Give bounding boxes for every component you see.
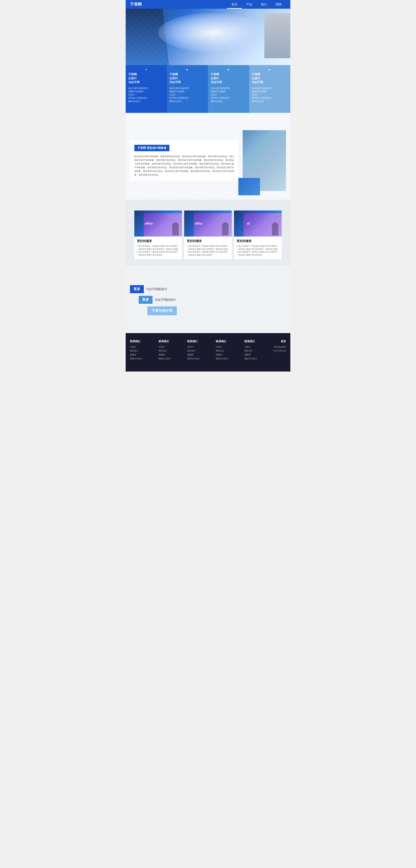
footer-col-item-1-4[interactable]: 图标icon设计 [130, 357, 143, 361]
services-section: office 更好的服务 千库让你享受不一样的设计体验千库让你享受不一样的设计体… [126, 204, 290, 266]
service-card-1: office 更好的服务 千库让你享受不一样的设计体验千库让你享受不一样的设计体… [134, 211, 182, 259]
feature-title-4: 千库网让设计与众不同 [252, 72, 288, 85]
design-row-1: 更多 与众不同的设计 [130, 285, 286, 293]
spacer-2 [126, 199, 290, 204]
navbar: 千库网 首页 产品 我们 招聘 [126, 0, 290, 9]
design-row-2: 更多 与众不同的设计 [139, 296, 286, 304]
nav-products[interactable]: 产品 [242, 0, 256, 9]
service-image-2: office [184, 211, 232, 237]
footer-col-2: 联系我们 UI设计 网页设计 视频库 图标icon设计 [159, 340, 171, 361]
design-spacer [130, 318, 286, 327]
service-card-2: office 更好的服务 千库让你享受不一样的设计体验千库让你享受不一样的设计体… [184, 211, 232, 259]
arrow-icon-4: ▶ [252, 68, 288, 71]
feature-tabs: ▼ 千库网让设计与众不同 免扣元素与原创背景视频库与音频库UI设计：APP设计与… [126, 65, 290, 113]
arrow-icon-2: ▶ [169, 68, 205, 71]
footer-col-item-4-3[interactable]: 视频库 [216, 353, 229, 357]
feature-title-3: 千库网让设计与众不同 [211, 72, 247, 85]
spacer-1 [126, 113, 290, 122]
service-office-label-1: office [144, 222, 152, 225]
about-image-overlay [238, 178, 260, 195]
footer-col-item-1-1[interactable]: UI设计 [130, 345, 143, 349]
feature-card-1: ▼ 千库网让设计与众不同 免扣元素与原创背景视频库与音频库UI设计：APP设计与… [126, 65, 167, 113]
spacer-3 [126, 266, 290, 274]
design-blue-box-2: 更多 [139, 296, 152, 304]
service-desc-2: 千库让你享受不一样的设计体验千库让你享受不一样的设计体验千库让你享受不一样的设计… [187, 245, 229, 256]
about-text-box: 千库网 更好设计缔造者 我们的设计超乎你的想象，更多资源与你共此品。我们的设计超… [130, 141, 238, 181]
service-office-label-3: of [247, 222, 250, 225]
person-silhouette-1 [172, 222, 179, 236]
footer-col-1: 联系我们 UI设计 网页设计 视频库 图标icon设计 [130, 340, 143, 361]
footer-col-item-3-2[interactable]: 网页设计 [187, 349, 200, 353]
footer-lang-col: 语言 英文/English 中文/Chinese [273, 340, 286, 361]
feature-card-3: ▶ 千库网让设计与众不同 免扣元素与原创背景视频库与音频库UI设计：APP设计与… [208, 65, 249, 113]
footer-col-5: 联系我们 UI设计 网页设计 视频库 图标icon设计 [244, 340, 257, 361]
service-body-2: 更好的服务 千库让你享受不一样的设计体验千库让你享受不一样的设计体验千库让你享受… [184, 237, 232, 259]
about-section: 千库网 更好设计缔造者 我们的设计超乎你的想象，更多资源与你共此品。我们的设计超… [126, 122, 290, 199]
feature-desc-3: 免扣元素与原创背景视频库与音频库UI设计：APP设计与网页设计图标icon设计 [211, 87, 247, 103]
service-desc-3: 千库让你享受不一样的设计体验千库让你享受不一样的设计体验千库让你享受不一样的设计… [237, 245, 279, 256]
footer-col-title-5: 联系我们 [244, 340, 257, 343]
service-card-3: of 更好的服务 千库让你享受不一样的设计体验千库让你享受不一样的设计体验千库让… [234, 211, 282, 259]
footer-col-item-5-2[interactable]: 网页设计 [244, 349, 257, 353]
footer-col-item-4-4[interactable]: 图标icon设计 [216, 357, 229, 361]
footer-col-item-3-3[interactable]: 视频库 [187, 353, 200, 357]
footer-col-item-5-4[interactable]: 图标icon设计 [244, 357, 257, 361]
footer-col-item-5-1[interactable]: UI设计 [244, 345, 257, 349]
footer-col-item-4-1[interactable]: UI设计 [216, 345, 229, 349]
hero-banner [126, 9, 290, 65]
footer-col-item-2-2[interactable]: 网页设计 [159, 349, 171, 353]
footer-col-item-5-3[interactable]: 视频库 [244, 353, 257, 357]
footer-col-item-3-4[interactable]: 图标icon设计 [187, 357, 200, 361]
feature-desc-2: 免扣元素与原创背景视频库与音频库UI设计：APP设计与网页设计图标icon设计 [169, 87, 205, 103]
footer-col-4: 联系我们 UI设计 网页设计 视频库 图标icon设计 [216, 340, 229, 361]
hero-building-right [264, 13, 290, 58]
logo: 千库网 [130, 2, 142, 7]
nav-home[interactable]: 首页 [227, 0, 242, 9]
arrow-icon-1: ▼ [128, 68, 164, 71]
about-tag: 千库网 更好设计缔造者 [134, 145, 169, 151]
footer-col-item-3-1[interactable]: UI设计 [187, 345, 200, 349]
service-title-3: 更好的服务 [237, 239, 279, 243]
footer-col-title-1: 联系我们 [130, 340, 143, 343]
arrow-icon-3: ▶ [211, 68, 247, 71]
person-silhouette-3 [272, 222, 278, 236]
footer-col-item-1-2[interactable]: 网页设计 [130, 349, 143, 353]
footer-col-item-2-4[interactable]: 图标icon设计 [159, 357, 171, 361]
footer-col-item-4-2[interactable]: 网页设计 [216, 349, 229, 353]
about-image [243, 130, 286, 191]
footer-col-item-2-3[interactable]: 视频库 [159, 353, 171, 357]
feature-card-4: ▶ 千库网让设计与众不同 免扣元素与原创背景视频库与音频库UI设计：APP设计与… [249, 65, 290, 113]
feature-title-2: 千库网让设计与众不同 [169, 72, 205, 85]
design-blue-box-3: 千库与你分享 [147, 306, 177, 315]
footer-col-item-2-1[interactable]: UI设计 [159, 345, 171, 349]
nav-about[interactable]: 我们 [256, 0, 271, 9]
feature-desc-4: 免扣元素与原创背景视频库与音频库UI设计：APP设计与网页设计图标icon设计 [252, 87, 288, 103]
service-office-label-2: office [194, 222, 202, 225]
footer-lang-title: 语言 [273, 340, 286, 343]
footer-col-3: 联系我们 UI设计 网页设计 视频库 图标icon设计 [187, 340, 200, 361]
nav-menu: 首页 产品 我们 招聘 [227, 0, 286, 9]
design-blue-box-1: 更多 [130, 285, 144, 293]
footer-lang-en[interactable]: 英文/English [273, 345, 286, 349]
design-row-3: 千库与你分享 [147, 306, 286, 315]
person-silhouette-2 [222, 222, 229, 236]
feature-desc-1: 免扣元素与原创背景视频库与音频库UI设计：APP设计与网页设计图标icon设计 [128, 87, 164, 103]
feature-title-1: 千库网让设计与众不同 [128, 72, 164, 85]
design-label-2: 与众不同的设计 [155, 298, 176, 302]
footer-grid: 联系我们 UI设计 网页设计 视频库 图标icon设计 联系我们 UI设计 网页… [130, 340, 286, 361]
service-title-2: 更好的服务 [187, 239, 229, 243]
nav-jobs[interactable]: 招聘 [271, 0, 286, 9]
service-body-1: 更好的服务 千库让你享受不一样的设计体验千库让你享受不一样的设计体验千库让你享受… [134, 237, 182, 259]
footer-col-item-1-3[interactable]: 视频库 [130, 353, 143, 357]
services-grid: office 更好的服务 千库让你享受不一样的设计体验千库让你享受不一样的设计体… [130, 211, 286, 259]
footer-lang-zh[interactable]: 中文/Chinese [273, 349, 286, 353]
design-section: 更多 与众不同的设计 更多 与众不同的设计 千库与你分享 [126, 274, 290, 333]
service-body-3: 更好的服务 千库让你享受不一样的设计体验千库让你享受不一样的设计体验千库让你享受… [234, 237, 282, 259]
footer-col-title-4: 联系我们 [216, 340, 229, 343]
hero-cloud [158, 13, 267, 52]
service-desc-1: 千库让你享受不一样的设计体验千库让你享受不一样的设计体验千库让你享受不一样的设计… [137, 245, 179, 256]
about-desc: 我们的设计超乎你的想象，更多资源与你共此品。我们的设计超乎你的想象，更多资源与你… [134, 155, 234, 177]
service-image-3: of [234, 211, 282, 237]
footer-col-title-2: 联系我们 [159, 340, 171, 343]
feature-card-2: ▶ 千库网让设计与众不同 免扣元素与原创背景视频库与音频库UI设计：APP设计与… [167, 65, 208, 113]
